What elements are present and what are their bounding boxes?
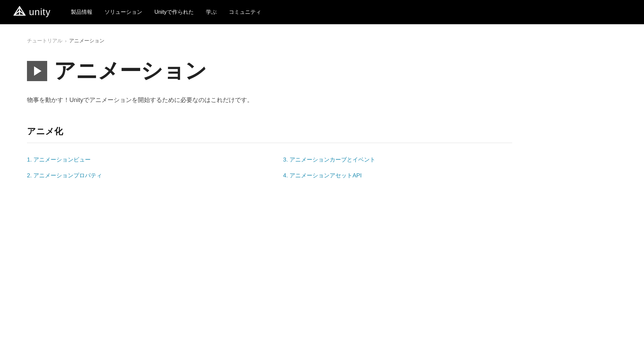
play-icon-box (27, 61, 47, 81)
main-content: チュートリアル › アニメーション アニメーション 物事を動かす！Unityでア… (0, 24, 539, 200)
link-number-3: 3. (283, 157, 289, 163)
nav-item-community[interactable]: コミュニティ (229, 9, 261, 16)
link-number-4: 4. (283, 172, 289, 179)
link-number-1: 1. (27, 157, 33, 163)
links-grid: 1. アニメーションビュー 3. アニメーションカーブとイベント 2. アニメー… (27, 155, 512, 180)
nav-item-products[interactable]: 製品情報 (71, 9, 92, 16)
breadcrumb-current: アニメーション (69, 38, 104, 44)
link-item-1[interactable]: 1. アニメーションビュー (27, 155, 256, 164)
section-divider (27, 143, 512, 143)
breadcrumb-separator: › (65, 38, 66, 43)
play-triangle-icon (34, 66, 41, 76)
page-description: 物事を動かす！Unityでアニメーションを開始するために必要なのはこれだけです。 (27, 95, 512, 105)
unity-logo-link[interactable]: unity (13, 6, 51, 18)
page-title-area: アニメーション (27, 56, 512, 85)
link-label-1: アニメーションビュー (33, 157, 91, 163)
navbar: unity 製品情報 ソリューション Unityで作られた 学ぶ コミュニティ (0, 0, 644, 24)
breadcrumb: チュートリアル › アニメーション (27, 38, 512, 44)
link-item-2[interactable]: 2. アニメーションプロパティ (27, 171, 256, 180)
unity-logo-icon (13, 6, 26, 18)
link-item-3[interactable]: 3. アニメーションカーブとイベント (283, 155, 512, 164)
nav-item-learn[interactable]: 学ぶ (206, 9, 217, 16)
link-item-4[interactable]: 4. アニメーションアセットAPI (283, 171, 512, 180)
nav-item-solutions[interactable]: ソリューション (104, 9, 142, 16)
link-label-2: アニメーションプロパティ (33, 172, 102, 179)
main-nav: 製品情報 ソリューション Unityで作られた 学ぶ コミュニティ (71, 9, 261, 16)
brand-text: unity (29, 7, 51, 18)
link-number-2: 2. (27, 172, 33, 179)
nav-item-made-with-unity[interactable]: Unityで作られた (154, 9, 193, 16)
page-title: アニメーション (54, 56, 207, 85)
section-title: アニメ化 (27, 126, 512, 137)
breadcrumb-parent: チュートリアル (27, 38, 62, 44)
link-label-3: アニメーションカーブとイベント (289, 157, 375, 163)
link-label-4: アニメーションアセットAPI (289, 172, 362, 179)
